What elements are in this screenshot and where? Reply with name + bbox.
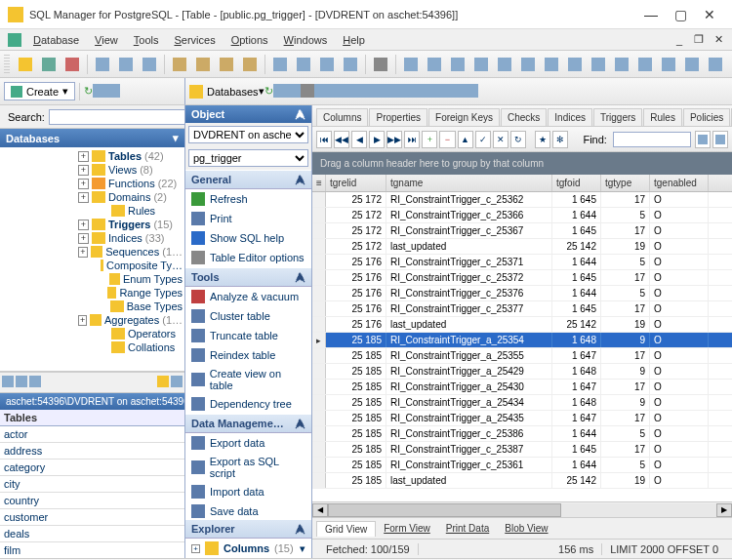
explorer-section-header[interactable]: Explorer ⮝ (185, 519, 311, 539)
refresh-button[interactable]: ↻ (510, 131, 526, 148)
tree-node[interactable]: Base Types (0, 300, 184, 313)
collapse-icon[interactable]: ⮝ (295, 108, 305, 120)
minimize-button[interactable]: — (636, 2, 666, 26)
tool-button[interactable] (171, 376, 183, 389)
tool-button[interactable] (465, 84, 478, 100)
tool-button[interactable] (611, 54, 632, 75)
menu-windows[interactable]: Windows (276, 32, 336, 48)
tree-node[interactable]: +Views(8) (0, 163, 184, 177)
tool-button[interactable] (93, 84, 106, 100)
tab-properties[interactable]: Properties (369, 108, 427, 126)
tool-button[interactable] (169, 54, 190, 75)
expand-icon[interactable]: + (78, 220, 89, 230)
expand-icon[interactable]: + (78, 179, 89, 189)
action-item[interactable]: Export as SQL script (185, 453, 311, 482)
scroll-right-button[interactable]: ▶ (716, 503, 732, 517)
table-row[interactable]: 25 176RI_ConstraintTrigger_c_253771 6451… (312, 301, 732, 317)
tool-button[interactable] (658, 54, 679, 75)
table-row[interactable]: 25 172last_updated25 14219O (312, 239, 732, 255)
tree-node[interactable]: Collations (0, 340, 184, 354)
tool-button[interactable] (340, 54, 361, 75)
action-item[interactable]: Truncate table (185, 326, 311, 345)
post-button[interactable]: ✓ (475, 131, 491, 148)
column-header[interactable]: tgenabled (650, 175, 709, 191)
tool-button[interactable] (451, 84, 465, 100)
tree-node[interactable]: Range Types (0, 286, 184, 300)
tool-button[interactable] (139, 54, 160, 75)
delete-record-button[interactable]: − (439, 131, 455, 148)
scroll-thumb[interactable] (328, 503, 561, 517)
last-record-button[interactable]: ⏭ (404, 131, 420, 148)
cancel-button[interactable]: ✕ (493, 131, 508, 148)
options-button[interactable] (712, 131, 728, 148)
tool-button[interactable] (424, 54, 445, 75)
grid-body[interactable]: 25 172RI_ConstraintTrigger_c_253621 6451… (312, 192, 732, 501)
tool-button[interactable] (115, 54, 137, 75)
action-item[interactable]: Table Editor options (185, 248, 311, 267)
tool-button[interactable] (216, 54, 237, 75)
expand-icon[interactable]: + (78, 247, 88, 258)
menu-database[interactable]: Database (25, 32, 87, 48)
tool-button[interactable] (316, 54, 338, 75)
tool-button[interactable] (517, 54, 539, 75)
tool-button[interactable] (106, 84, 120, 100)
tool-button[interactable] (400, 54, 422, 75)
insert-record-button[interactable]: + (422, 131, 437, 148)
print-button[interactable] (301, 84, 314, 100)
action-item[interactable]: Cluster table (185, 306, 311, 326)
tree-node[interactable]: +Functions(22) (0, 177, 184, 190)
disconnect-button[interactable] (61, 54, 83, 75)
database-select[interactable]: DVDRENT on asche (188, 126, 308, 143)
table-list-item[interactable]: country (0, 493, 184, 509)
menu-services[interactable]: Services (166, 32, 223, 48)
section-header[interactable]: Data Manageme…⮝ (185, 414, 311, 433)
table-row[interactable]: 25 176RI_ConstraintTrigger_c_253761 6445… (312, 286, 732, 301)
table-list-item[interactable]: address (0, 443, 184, 460)
table-row[interactable]: 25 185RI_ConstraintTrigger_c_253871 6451… (312, 442, 732, 458)
section-header[interactable]: General⮝ (185, 170, 311, 189)
table-row[interactable]: 25 185RI_ConstraintTrigger_a_254341 6489… (312, 395, 732, 411)
tool-button[interactable] (16, 376, 27, 389)
view-tab-blob-view[interactable]: Blob View (497, 521, 555, 536)
tool-button[interactable] (2, 376, 14, 389)
tool-button[interactable] (705, 54, 726, 75)
tree-node[interactable]: Composite Ty… (0, 259, 184, 272)
print-button[interactable] (370, 54, 391, 75)
new-db-button[interactable] (15, 54, 36, 75)
expand-icon[interactable]: + (78, 315, 87, 326)
view-tab-print-data[interactable]: Print Data (438, 521, 497, 536)
filter-button[interactable]: ✻ (552, 131, 568, 148)
table-row[interactable]: 25 185RI_ConstraintTrigger_a_253551 6471… (312, 348, 732, 364)
view-tab-form-view[interactable]: Form View (376, 521, 438, 536)
toolbar-grip[interactable] (4, 55, 10, 74)
mdi-restore-button[interactable]: ❐ (691, 32, 707, 48)
refresh-button[interactable]: ↻ (84, 85, 93, 98)
next-page-button[interactable]: ▶▶ (386, 131, 402, 148)
tab-triggers[interactable]: Triggers (593, 108, 642, 126)
object-select[interactable]: pg_trigger (188, 149, 308, 167)
table-row[interactable]: 25 172RI_ConstraintTrigger_c_253661 6445… (312, 208, 732, 223)
tab-foreign-keys[interactable]: Foreign Keys (428, 108, 500, 126)
tab-rules[interactable]: Rules (643, 108, 682, 126)
table-row[interactable]: 25 176RI_ConstraintTrigger_c_253711 6445… (312, 255, 732, 270)
tool-button[interactable] (269, 54, 291, 75)
tool-button[interactable] (29, 376, 41, 389)
tool-button[interactable] (541, 54, 562, 75)
tree-node[interactable]: +Indices(33) (0, 231, 184, 245)
section-header[interactable]: Tools⮝ (185, 267, 311, 287)
find-input[interactable] (613, 132, 691, 147)
column-header[interactable]: tgfoid (552, 175, 601, 191)
tool-button[interactable] (634, 54, 656, 75)
first-record-button[interactable]: ⏮ (316, 131, 332, 148)
action-item[interactable]: Create view on table (185, 365, 311, 394)
tool-button[interactable] (410, 84, 424, 100)
table-row[interactable]: 25 185RI_ConstraintTrigger_a_254291 6489… (312, 364, 732, 380)
action-item[interactable]: Reindex table (185, 345, 311, 365)
action-item[interactable]: Dependency tree (185, 394, 311, 414)
expand-icon[interactable]: + (78, 233, 89, 244)
table-row[interactable]: 25 185last_updated25 14219O (312, 473, 732, 489)
tree-node[interactable]: +Triggers(15) (0, 218, 184, 231)
tab-columns[interactable]: Columns (316, 108, 368, 126)
tree-node[interactable]: +Sequences(1… (0, 245, 184, 259)
tool-button[interactable] (92, 54, 113, 75)
